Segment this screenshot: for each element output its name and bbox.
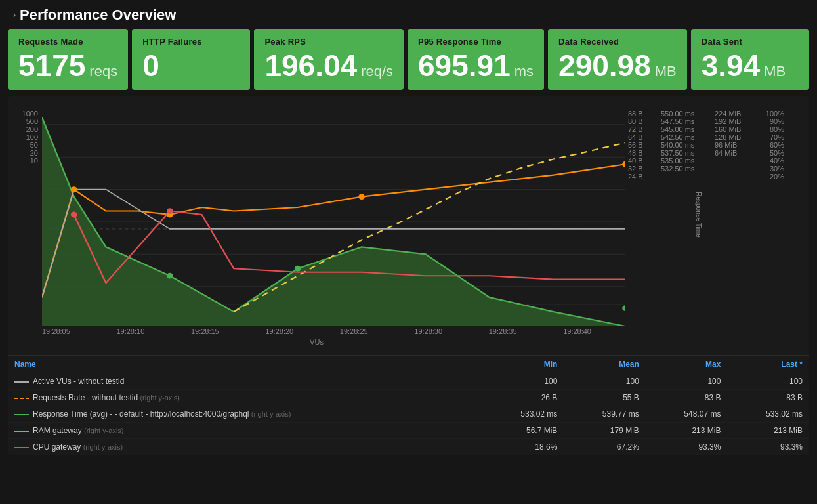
svg-point-14 [358, 194, 365, 200]
y-pct-tick: 40% [759, 157, 784, 165]
y-data-tick: 192 MiB [715, 117, 750, 125]
svg-point-10 [295, 266, 301, 272]
y-left-tick: 1000 [13, 110, 38, 117]
metric-card-3: P95 Response Time 695.91 ms [408, 29, 544, 90]
y-data-tick: 96 MiB [715, 141, 750, 149]
legend-name: Requests Rate - without testid (right y-… [8, 390, 482, 406]
y-response-tick: 542.50 ms [661, 133, 699, 141]
y-axis-pct: 100%90%80%70%60%50%40%30%20% [758, 103, 787, 200]
y-response-tick: 537.50 ms [661, 149, 699, 157]
legend-last: 93.3% [727, 439, 809, 455]
y-left-tick: 500 [13, 117, 38, 125]
col-min: Min [482, 356, 564, 373]
metric-value-3: 695.91 ms [418, 51, 534, 81]
y-pct-tick: 50% [759, 149, 784, 157]
legend-min: 100 [482, 373, 564, 390]
col-max: Max [646, 356, 728, 373]
svg-point-11 [622, 305, 625, 311]
legend-last: 533.02 ms [727, 406, 809, 423]
legend-table: Name Min Mean Max Last * Active VUs - wi… [8, 355, 809, 455]
y-pct-tick: 20% [759, 173, 784, 180]
col-last: Last * [727, 356, 809, 373]
y-response-tick: 547.50 ms [661, 117, 699, 125]
chart-area: 1000500200100502010 [8, 96, 809, 455]
metric-value-1: 0 [142, 51, 240, 81]
legend-mean: 539.77 ms [564, 406, 646, 423]
x-axis-tick: 19:28:05 [42, 327, 70, 335]
y-data-tick: 128 MiB [715, 133, 750, 141]
metric-card-4: Data Received 290.98 MB [548, 29, 687, 90]
y-data-tick: 160 MiB [715, 125, 750, 133]
metric-value-5: 3.94 MB [702, 51, 799, 81]
y-rps-tick: 40 B [628, 157, 657, 165]
metric-label-5: Data Sent [702, 37, 799, 47]
y-pct-tick: 70% [759, 133, 784, 141]
chevron-icon: › [13, 10, 16, 20]
y-pct-tick: 80% [759, 125, 784, 133]
metric-value-4: 290.98 MB [558, 51, 677, 81]
legend-row: RAM gateway (right y-axis) 56.7 MiB 179 … [8, 423, 809, 439]
legend-mean: 55 B [564, 390, 646, 406]
chart-main [42, 103, 625, 326]
legend-row: Requests Rate - without testid (right y-… [8, 390, 809, 406]
legend-name: RAM gateway (right y-axis) [8, 423, 482, 439]
x-axis-tick: 19:28:15 [191, 327, 219, 335]
y-axis-left: 1000500200100502010 [8, 103, 42, 184]
legend-max: 213 MiB [646, 423, 728, 439]
y-axis-data: 224 MiB192 MiB160 MiB128 MiB96 MiB64 MiB [713, 103, 753, 177]
y-pct-tick: 90% [759, 117, 784, 125]
legend-max: 83 B [646, 390, 728, 406]
legend-min: 26 B [482, 390, 564, 406]
x-axis-tick: 19:28:10 [116, 327, 144, 335]
chart-svg [42, 103, 625, 326]
legend-last: 213 MiB [727, 423, 809, 439]
metric-label-3: P95 Response Time [418, 37, 534, 47]
y-pct-tick: 100% [759, 110, 784, 117]
y-rps-tick: 64 B [628, 133, 657, 141]
metric-value-2: 196.04 req/s [264, 51, 393, 81]
legend-name: Active VUs - without testid [8, 373, 482, 390]
y-axis-response: 550.00 ms547.50 ms545.00 ms542.50 ms540.… [660, 103, 702, 192]
y-left-tick: 20 [13, 149, 38, 157]
y-left-tick: 50 [13, 141, 38, 149]
y-pct-tick: 60% [759, 141, 784, 149]
x-axis-tick: 19:28:40 [563, 327, 591, 335]
legend-max: 93.3% [646, 439, 728, 455]
right-axes: 88 B80 B72 B64 B56 B48 B40 B32 B24 B 550… [625, 103, 809, 326]
y-response-tick: 535.00 ms [661, 157, 699, 165]
metric-card-1: HTTP Failures 0 [132, 29, 250, 90]
y-rps-tick: 88 B [628, 110, 657, 117]
legend-last: 83 B [727, 390, 809, 406]
y-data-tick: 224 MiB [715, 110, 750, 117]
legend-mean: 67.2% [564, 439, 646, 455]
y-pct-tick: 30% [759, 165, 784, 173]
legend-max: 548.07 ms [646, 406, 728, 423]
legend-name: CPU gateway (right y-axis) [8, 439, 482, 455]
legend-min: 533.02 ms [482, 406, 564, 423]
legend-name: Response Time (avg) - - default - http:/… [8, 406, 482, 423]
metric-label-4: Data Received [558, 37, 677, 47]
y-left-tick: 10 [13, 157, 38, 165]
metric-label-2: Peak RPS [264, 37, 393, 47]
y-rps-tick: 24 B [628, 173, 657, 180]
legend-mean: 179 MiB [564, 423, 646, 439]
x-axis-label: VUs [8, 335, 625, 350]
y-rps-tick: 48 B [628, 149, 657, 157]
col-mean: Mean [564, 356, 646, 373]
x-axis-tick: 19:28:30 [414, 327, 442, 335]
legend-row: Active VUs - without testid 100 100 100 … [8, 373, 809, 390]
x-axis-times: 19:28:0519:28:1019:28:1519:28:2019:28:25… [8, 326, 625, 335]
x-axis-tick: 19:28:35 [489, 327, 517, 335]
metrics-row: Requests Made 5175 reqs HTTP Failures 0 … [0, 29, 817, 96]
y-response-tick: 532.50 ms [661, 165, 699, 173]
y-response-tick: 540.00 ms [661, 141, 699, 149]
y-rps-tick: 56 B [628, 141, 657, 149]
y-data-tick: 64 MiB [715, 149, 750, 157]
response-time-label: Response Time [695, 192, 702, 237]
y-response-tick: 550.00 ms [661, 110, 699, 117]
y-rps-tick: 72 B [628, 125, 657, 133]
svg-point-12 [71, 186, 77, 192]
svg-point-17 [167, 208, 173, 214]
y-rps-tick: 80 B [628, 117, 657, 125]
page-header: › Performance Overview [0, 0, 817, 29]
